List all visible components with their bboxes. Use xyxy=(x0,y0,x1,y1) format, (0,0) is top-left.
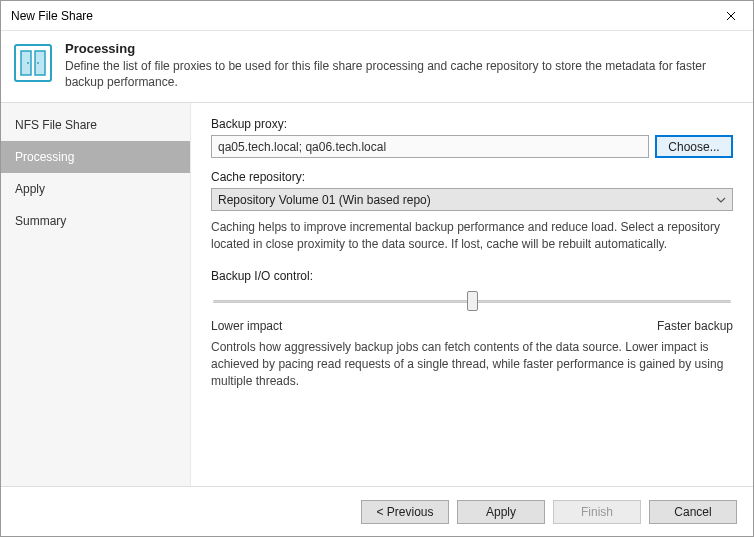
backup-proxy-input[interactable]: qa05.tech.local; qa06.tech.local xyxy=(211,135,649,158)
close-icon xyxy=(726,11,736,21)
io-control-help: Controls how aggressively backup jobs ca… xyxy=(211,339,733,389)
svg-rect-2 xyxy=(35,51,45,75)
cache-repository-help: Caching helps to improve incremental bac… xyxy=(211,219,733,253)
cache-repository-select[interactable]: Repository Volume 01 (Win based repo) xyxy=(211,188,733,211)
window-title: New File Share xyxy=(11,9,93,23)
wizard-icon xyxy=(13,43,53,83)
wizard-steps-sidebar: NFS File Share Processing Apply Summary xyxy=(1,103,191,486)
choose-proxy-button[interactable]: Choose... xyxy=(655,135,733,158)
sidebar-item-nfs-file-share[interactable]: NFS File Share xyxy=(1,109,190,141)
previous-button[interactable]: < Previous xyxy=(361,500,449,524)
svg-point-3 xyxy=(27,62,29,64)
apply-button[interactable]: Apply xyxy=(457,500,545,524)
close-button[interactable] xyxy=(708,1,753,30)
sidebar-item-apply[interactable]: Apply xyxy=(1,173,190,205)
finish-button: Finish xyxy=(553,500,641,524)
cancel-button[interactable]: Cancel xyxy=(649,500,737,524)
wizard-content: Backup proxy: qa05.tech.local; qa06.tech… xyxy=(191,103,753,486)
slider-thumb[interactable] xyxy=(467,291,478,311)
wizard-window: New File Share Processing Define the lis… xyxy=(0,0,754,537)
io-control-slider[interactable] xyxy=(213,289,731,315)
chevron-down-icon xyxy=(716,195,726,205)
backup-proxy-value: qa05.tech.local; qa06.tech.local xyxy=(218,140,386,154)
wizard-footer: < Previous Apply Finish Cancel xyxy=(1,486,753,536)
svg-rect-1 xyxy=(21,51,31,75)
backup-proxy-label: Backup proxy: xyxy=(211,117,733,131)
backup-proxy-row: qa05.tech.local; qa06.tech.local Choose.… xyxy=(211,135,733,158)
io-low-label: Lower impact xyxy=(211,319,282,333)
title-bar: New File Share xyxy=(1,1,753,31)
sidebar-item-processing[interactable]: Processing xyxy=(1,141,190,173)
wizard-body: NFS File Share Processing Apply Summary … xyxy=(1,103,753,486)
io-high-label: Faster backup xyxy=(657,319,733,333)
cache-repository-label: Cache repository: xyxy=(211,170,733,184)
page-description: Define the list of file proxies to be us… xyxy=(65,58,741,90)
io-control-range-labels: Lower impact Faster backup xyxy=(211,319,733,333)
wizard-header-text: Processing Define the list of file proxi… xyxy=(65,41,741,90)
page-title: Processing xyxy=(65,41,741,56)
svg-point-4 xyxy=(37,62,39,64)
io-control-label: Backup I/O control: xyxy=(211,269,733,283)
cache-repository-value: Repository Volume 01 (Win based repo) xyxy=(218,193,431,207)
sidebar-item-summary[interactable]: Summary xyxy=(1,205,190,237)
wizard-header: Processing Define the list of file proxi… xyxy=(1,31,753,103)
